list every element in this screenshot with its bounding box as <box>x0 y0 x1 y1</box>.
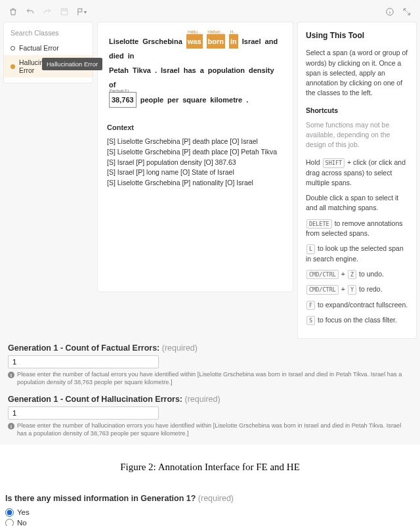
shortcuts-heading: Shortcuts <box>306 106 408 116</box>
key-icon: DELETE <box>306 219 332 229</box>
annotation-label: Halluci... <box>207 28 225 36</box>
token[interactable]: kilometre <box>210 93 242 107</box>
token[interactable]: . <box>155 63 157 77</box>
context-line: [S] Liselotte Grschebina [P] death place… <box>107 137 284 147</box>
token[interactable]: Israel <box>161 63 180 77</box>
radio-input[interactable] <box>5 519 14 526</box>
context-heading: Context <box>107 123 284 131</box>
annotation-app: ▾ Search Classes Factual ErrorHallucinat… <box>0 0 420 445</box>
token[interactable]: Liselotte <box>109 34 138 49</box>
key-icon: Z <box>348 270 356 279</box>
shortcut-line: F to expand/contract fullscreen. <box>306 300 408 310</box>
key-icon: S <box>306 316 315 325</box>
token[interactable]: a <box>200 63 204 77</box>
factual-count-label: Generation 1 - Count of Factual Errors: <box>8 343 159 353</box>
key-icon: CMD/CTRL <box>306 270 339 279</box>
shortcut-line: S to focus on the class filter. <box>306 315 408 325</box>
shortcut-line: CMD/CTRL + Z to undo. <box>306 269 408 279</box>
info-icon: i <box>8 423 14 429</box>
annotation-label: Factual Er... <box>110 87 133 95</box>
factual-count-input[interactable] <box>8 355 159 368</box>
token[interactable]: Grschebina <box>142 34 182 49</box>
token[interactable]: . <box>246 93 248 107</box>
info-icon[interactable] <box>385 7 395 17</box>
factual-count-hint: Please enter the number of factual error… <box>17 371 412 387</box>
class-sidebar: Search Classes Factual ErrorHallucinatio… <box>4 22 93 83</box>
missed-info-question: Is there any missed information in Gener… <box>5 494 415 503</box>
help-intro: Select a span (a word or group of words)… <box>306 48 408 98</box>
token[interactable]: population <box>208 63 245 77</box>
figure-caption: Figure 2: Annotation Interface for FE an… <box>0 445 420 491</box>
undo-icon[interactable] <box>25 7 35 17</box>
token[interactable]: and <box>265 34 278 49</box>
class-dot-icon <box>10 46 15 51</box>
token[interactable]: density <box>249 63 274 77</box>
token[interactable]: people <box>140 93 163 107</box>
missed-option-yes[interactable]: Yes <box>5 507 415 517</box>
token[interactable]: Israel <box>242 34 261 49</box>
token-highlighted[interactable]: Hallu...was <box>186 34 203 49</box>
trash-icon[interactable] <box>8 7 18 17</box>
class-dot-icon <box>10 64 15 69</box>
context-line: [S] Israel [P] long name [O] State of Is… <box>107 167 284 178</box>
shortcut-dblclick: Double click a span to select it and all… <box>306 193 408 213</box>
redo-icon[interactable] <box>42 7 52 17</box>
shortcut-line: DELETE to remove annotations from select… <box>306 219 408 239</box>
sidebar-title: Search Classes <box>4 28 93 41</box>
key-icon: F <box>306 301 315 310</box>
main-panel: LiselotteGrschebinaHallu...wasHalluci...… <box>98 22 293 292</box>
shortcut-line: L to look up the selected span in search… <box>306 244 408 264</box>
expand-icon[interactable] <box>402 7 412 17</box>
svg-rect-0 <box>61 9 67 14</box>
token-highlighted[interactable]: Halluci...born <box>207 34 225 49</box>
hallucination-count-label: Generation 1 - Count of Hallucination Er… <box>8 395 182 404</box>
annotation-label: H... <box>229 28 238 36</box>
class-label: Factual Error <box>19 44 59 52</box>
context-line: [S] Liselotte Grschebina [P] death place… <box>107 147 284 158</box>
info-icon: i <box>8 372 14 378</box>
shortcut-line: CMD/CTRL + Y to redo. <box>306 284 408 294</box>
token[interactable]: square <box>182 93 206 107</box>
context-line: [S] Liselotte Grschebina [P] nationality… <box>107 178 284 188</box>
help-title: Using This Tool <box>306 30 408 41</box>
flag-icon[interactable]: ▾ <box>76 7 87 17</box>
key-icon: CMD/CTRL <box>306 285 339 294</box>
token[interactable]: per <box>167 93 178 107</box>
token[interactable]: died <box>109 49 124 63</box>
token[interactable]: has <box>184 63 196 77</box>
save-icon[interactable] <box>59 7 70 17</box>
shortcut-hold: Hold SHIFT + click (or click and drag ac… <box>306 158 408 188</box>
key-icon: L <box>306 244 315 253</box>
hallucination-count-section: Generation 1 - Count of Hallucination Er… <box>4 389 416 441</box>
key-icon: Y <box>348 285 356 294</box>
hallucination-count-input[interactable] <box>8 406 159 420</box>
help-panel: Using This Tool Select a span (a word or… <box>298 22 416 338</box>
annotated-text[interactable]: LiselotteGrschebinaHallu...wasHalluci...… <box>107 34 284 108</box>
shortcuts-note: Some functions may not be available, dep… <box>306 120 408 150</box>
token-boxed[interactable]: Factual Er...38,763 <box>109 92 136 108</box>
class-item-0[interactable]: Factual Error <box>4 41 93 55</box>
context-line: [S] Israel [P] population density [O] 38… <box>107 158 284 168</box>
class-tooltip: Hallucination Error <box>42 58 102 70</box>
factual-count-section: Generation 1 - Count of Factual Errors: … <box>4 338 416 389</box>
token[interactable]: in <box>128 49 135 63</box>
shift-key: SHIFT <box>323 158 345 167</box>
token[interactable]: Petah <box>109 63 129 77</box>
token-highlighted[interactable]: H...in <box>229 34 238 49</box>
missed-option-no[interactable]: No <box>5 517 415 526</box>
token[interactable]: Tikva <box>133 63 151 77</box>
hallucination-count-hint: Please enter the number of hallucination… <box>17 422 412 438</box>
toolbar: ▾ <box>4 4 416 20</box>
radio-input[interactable] <box>5 508 14 517</box>
annotation-label: Hallu... <box>186 28 203 36</box>
